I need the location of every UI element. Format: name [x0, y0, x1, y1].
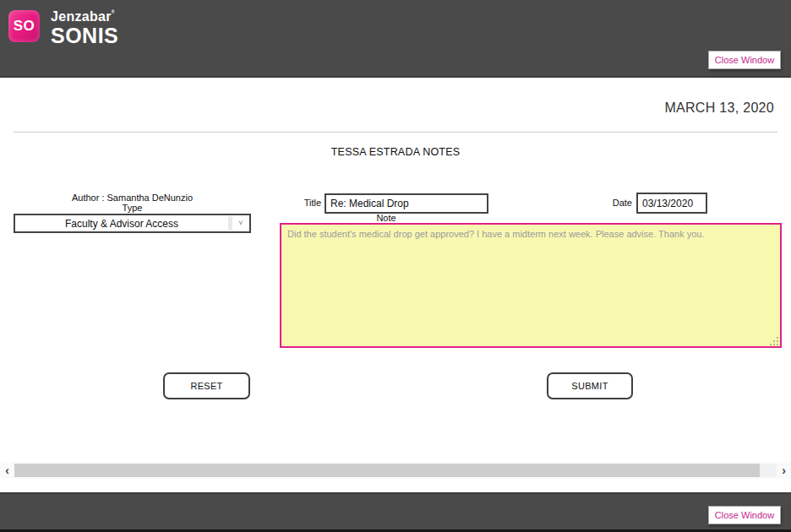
scroll-right-icon[interactable]: › — [777, 463, 791, 478]
brand-name-jenzabar: Jenzabar® — [51, 10, 118, 24]
scroll-left-icon[interactable]: ‹ — [0, 463, 14, 478]
brand-jenzabar-label: Jenzabar — [51, 9, 112, 24]
sonis-notes-window: SO Jenzabar® SONIS Close Window MARCH 13… — [0, 0, 791, 532]
close-window-button-bottom[interactable]: Close Window — [708, 506, 781, 524]
brand-text: Jenzabar® SONIS — [51, 10, 118, 46]
scrollbar-track[interactable] — [14, 464, 777, 477]
chevron-down-icon: ˅ — [232, 215, 249, 231]
title-input[interactable] — [325, 193, 488, 214]
brand-name-sonis: SONIS — [51, 25, 118, 46]
note-textarea[interactable]: Did the student's medical drop get appro… — [280, 223, 782, 348]
bottom-footer-bar: Close Window — [0, 492, 791, 532]
scrollbar-thumb[interactable] — [14, 464, 760, 477]
close-window-button-top[interactable]: Close Window — [708, 51, 781, 69]
submit-button[interactable]: SUBMIT — [547, 372, 633, 399]
type-select[interactable]: Faculty & Advisor Access ˅ — [14, 214, 251, 233]
type-select-value: Faculty & Advisor Access — [15, 218, 228, 230]
horizontal-divider — [14, 132, 777, 133]
title-label: Title — [287, 198, 321, 208]
note-label: Note — [297, 213, 475, 223]
top-header-bar: SO Jenzabar® SONIS Close Window — [0, 0, 791, 78]
date-label: Date — [585, 198, 632, 208]
date-heading: MARCH 13, 2020 — [664, 100, 774, 116]
page-title: TESSA ESTRADA NOTES — [0, 146, 791, 158]
reset-button[interactable]: RESET — [163, 372, 250, 399]
trademark-symbol: ® — [112, 9, 115, 14]
date-input[interactable] — [636, 193, 707, 214]
horizontal-scrollbar[interactable]: ‹ › — [0, 462, 791, 479]
type-label: Type — [14, 203, 251, 213]
author-label: Author : Samantha DeNunzio — [14, 193, 251, 203]
resize-grip-icon[interactable] — [770, 336, 779, 345]
so-logo-icon: SO — [8, 10, 40, 42]
jenzabar-sonis-logo: SO Jenzabar® SONIS — [8, 10, 118, 46]
